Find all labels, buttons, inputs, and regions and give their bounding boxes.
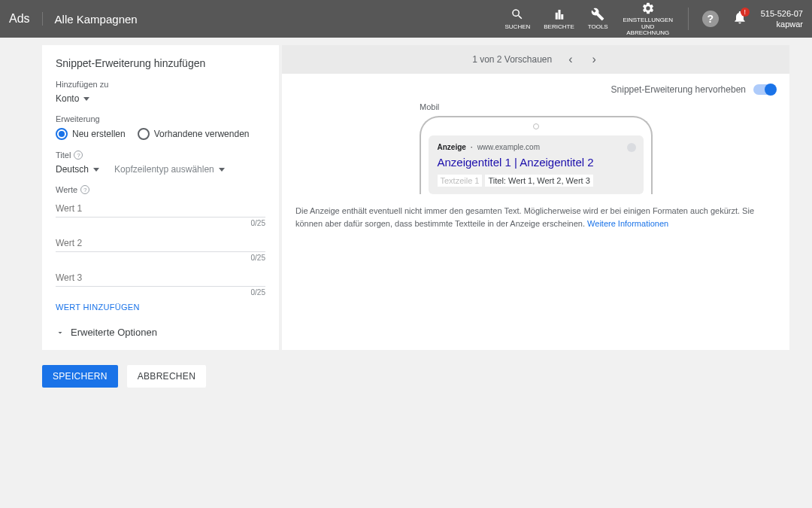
add-value-link[interactable]: WERT HINZUFÜGEN — [56, 303, 265, 312]
save-button[interactable]: SPEICHERN — [42, 365, 118, 388]
reports-tool[interactable]: BERICHTE — [544, 7, 574, 30]
form-title: Snippet-Erweiterung hinzufügen — [56, 57, 265, 69]
textline-placeholder: Textzeile 1 — [438, 175, 483, 187]
prev-button[interactable]: ‹ — [565, 53, 575, 66]
preview-panel: 1 von 2 Vorschauen ‹ › Snippet-Erweiteru… — [282, 45, 789, 350]
char-counter: 0/25 — [56, 254, 265, 262]
tools-tool[interactable]: TOOLS — [588, 7, 608, 30]
char-counter: 0/25 — [56, 288, 265, 297]
disclaimer-text: Die Anzeige enthält eventuell nicht imme… — [295, 205, 776, 230]
value-2-input[interactable] — [56, 233, 265, 252]
help-icon[interactable]: ? — [74, 151, 83, 160]
divider — [688, 8, 689, 30]
settings-tool[interactable]: EINSTELLUNGEN UND ABRECHNUNG — [622, 1, 674, 37]
help-icon[interactable]: ? — [702, 11, 719, 27]
snippet-values: Titel: Wert 1, Wert 2, Wert 3 — [485, 175, 592, 187]
ad-tag: Anzeige — [438, 143, 466, 151]
ad-url: www.example.com — [477, 143, 540, 151]
header-toolbar: SUCHEN BERICHTE TOOLS EINSTELLUNGEN UND … — [505, 1, 804, 37]
ad-preview-card: Anzeige · www.example.com Anzeigentitel … — [429, 135, 644, 194]
next-button[interactable]: › — [589, 53, 599, 66]
add-to-label: Hinzufügen zu — [56, 80, 265, 89]
advanced-options-toggle[interactable]: Erweiterte Optionen — [56, 327, 265, 338]
search-tool[interactable]: SUCHEN — [505, 7, 531, 30]
mobile-label: Mobil — [420, 102, 776, 111]
chevron-down-icon — [56, 328, 65, 337]
radio-icon — [138, 128, 150, 140]
gear-icon — [641, 1, 656, 16]
wrench-icon — [590, 7, 605, 22]
notifications-icon[interactable]: ! — [732, 10, 747, 28]
language-select[interactable]: Deutsch — [56, 164, 99, 175]
header-type-select[interactable]: Kopfzeilentyp auswählen — [114, 164, 225, 175]
action-row: SPEICHERN ABBRECHEN — [0, 357, 812, 395]
preview-counter: 1 von 2 Vorschauen — [472, 54, 552, 65]
highlight-label: Snippet-Erweiterung hervorheben — [611, 84, 746, 95]
phone-frame: Anzeige · www.example.com Anzeigentitel … — [420, 116, 653, 194]
add-to-select[interactable]: Konto — [56, 93, 265, 104]
highlight-toggle[interactable] — [753, 84, 776, 95]
search-icon — [510, 7, 525, 22]
info-icon — [627, 143, 636, 152]
preview-header: 1 von 2 Vorschauen ‹ › — [282, 45, 789, 74]
more-info-link[interactable]: Weitere Informationen — [587, 219, 668, 228]
campaign-title: Alle Kampagnen — [55, 13, 505, 26]
reports-icon — [552, 7, 567, 22]
cancel-button[interactable]: ABBRECHEN — [127, 365, 206, 388]
help-icon[interactable]: ? — [80, 185, 89, 194]
chevron-down-icon — [83, 97, 89, 101]
title-label: Titel ? — [56, 151, 265, 160]
app-logo: Ads — [9, 12, 43, 26]
alert-badge: ! — [741, 8, 750, 17]
value-1-input[interactable] — [56, 199, 265, 217]
radio-new[interactable]: Neu erstellen — [56, 128, 126, 140]
app-header: Ads Alle Kampagnen SUCHEN BERICHTE TOOLS… — [0, 0, 812, 38]
account-info[interactable]: 515-526-07 kapwar — [761, 8, 803, 30]
chevron-down-icon — [219, 168, 225, 172]
form-panel: Snippet-Erweiterung hinzufügen Hinzufüge… — [42, 45, 279, 350]
extension-label: Erweiterung — [56, 114, 265, 123]
values-label: Werte ? — [56, 185, 265, 194]
char-counter: 0/25 — [56, 219, 265, 227]
chevron-down-icon — [93, 168, 99, 172]
radio-icon — [56, 128, 68, 140]
phone-notch — [533, 123, 539, 129]
value-3-input[interactable] — [56, 268, 265, 287]
ad-headline: Anzeigentitel 1 | Anzeigentitel 2 — [438, 156, 635, 169]
radio-existing[interactable]: Vorhandene verwenden — [138, 128, 250, 140]
